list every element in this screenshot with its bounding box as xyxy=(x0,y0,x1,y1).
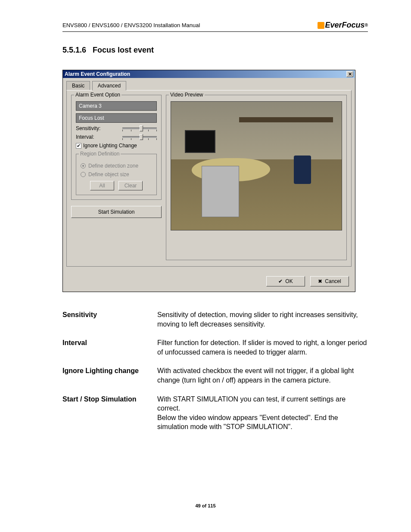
section-number: 5.5.1.6 xyxy=(62,46,86,54)
dialog-footer: ✔ OK ✖ Cancel xyxy=(63,272,355,292)
radio-detection-zone xyxy=(81,163,86,168)
camera-field[interactable]: Camera 3 xyxy=(76,101,157,111)
all-button: All xyxy=(90,181,114,190)
close-icon[interactable]: ✕ xyxy=(346,71,353,77)
def-row: Interval Filter function for detection. … xyxy=(62,338,368,357)
tab-panel-advanced: Alarm Event Option Camera 3 Focus Lost S… xyxy=(66,90,352,267)
definitions: Sensitivity Sensitivity of detection, mo… xyxy=(62,310,368,441)
dialog-titlebar[interactable]: Alarm Event Configuration ✕ xyxy=(63,70,355,78)
doc-title: ENVS800 / ENVS1600 / ENVS3200 Installati… xyxy=(62,22,200,28)
def-row: Sensitivity Sensitivity of detection, mo… xyxy=(62,310,368,329)
brand-suffix: ® xyxy=(365,23,368,28)
section-title: Focus lost event xyxy=(93,46,154,54)
def-desc: Sensitivity of detection, moving slider … xyxy=(157,310,368,329)
def-row: Ignore Lighting change With activated ch… xyxy=(62,366,368,385)
def-row: Start / Stop Simulation With START SIMUL… xyxy=(62,395,368,432)
def-desc: With START SIMULATION you can test, if c… xyxy=(157,395,368,432)
radio-detection-zone-label: Define detection zone xyxy=(88,163,138,169)
brand-name: EverFocus xyxy=(325,21,365,30)
def-term: Interval xyxy=(62,338,157,357)
radio-object-size-label: Define object size xyxy=(88,171,129,177)
x-icon: ✖ xyxy=(318,278,322,284)
def-term: Ignore Lighting change xyxy=(62,366,157,385)
ignore-lighting-checkbox[interactable]: ✔ xyxy=(76,143,81,149)
tab-basic[interactable]: Basic xyxy=(66,81,90,90)
def-term: Sensitivity xyxy=(62,310,157,329)
page-header: ENVS800 / ENVS1600 / ENVS3200 Installati… xyxy=(62,21,368,32)
def-desc: With activated checkbox the event will n… xyxy=(157,366,368,385)
tabs: Basic Advanced xyxy=(66,81,352,90)
ok-label: OK xyxy=(285,278,293,284)
dialog-title: Alarm Event Configuration xyxy=(65,71,130,77)
def-desc: Filter function for detection. If slider… xyxy=(157,338,368,357)
brand-logo: EverFocus ® xyxy=(318,21,368,30)
radio-object-size xyxy=(81,172,86,177)
video-preview xyxy=(171,101,342,230)
region-group-legend: Region Definition xyxy=(79,151,121,157)
alarm-config-dialog: Alarm Event Configuration ✕ Basic Advanc… xyxy=(62,70,355,292)
def-term: Start / Stop Simulation xyxy=(62,395,157,432)
cancel-label: Cancel xyxy=(325,278,341,284)
tab-advanced[interactable]: Advanced xyxy=(92,81,126,90)
ignore-lighting-label: Ignore Lighting Change xyxy=(83,143,137,149)
brand-logo-icon xyxy=(318,22,324,29)
cancel-button[interactable]: ✖ Cancel xyxy=(310,276,349,286)
clear-button: Clear xyxy=(118,181,143,190)
video-preview-group: Video Preview xyxy=(166,95,347,260)
section-heading: 5.5.1.6 Focus lost event xyxy=(62,46,154,55)
sensitivity-label: Sensitivity: xyxy=(76,125,100,131)
event-field[interactable]: Focus Lost xyxy=(76,113,157,123)
region-definition-group: Region Definition Define detection zone … xyxy=(76,154,157,195)
video-preview-legend: Video Preview xyxy=(169,92,205,98)
page-footer: 49 of 115 xyxy=(0,503,411,508)
sensitivity-slider[interactable] xyxy=(122,128,157,129)
ok-button[interactable]: ✔ OK xyxy=(266,276,305,286)
check-icon: ✔ xyxy=(278,278,283,284)
interval-label: Interval: xyxy=(76,134,94,140)
alarm-group-legend: Alarm Event Option xyxy=(74,92,121,98)
start-simulation-button[interactable]: Start Simulation xyxy=(71,206,162,218)
interval-slider[interactable] xyxy=(122,136,157,138)
alarm-event-option-group: Alarm Event Option Camera 3 Focus Lost S… xyxy=(71,95,162,200)
